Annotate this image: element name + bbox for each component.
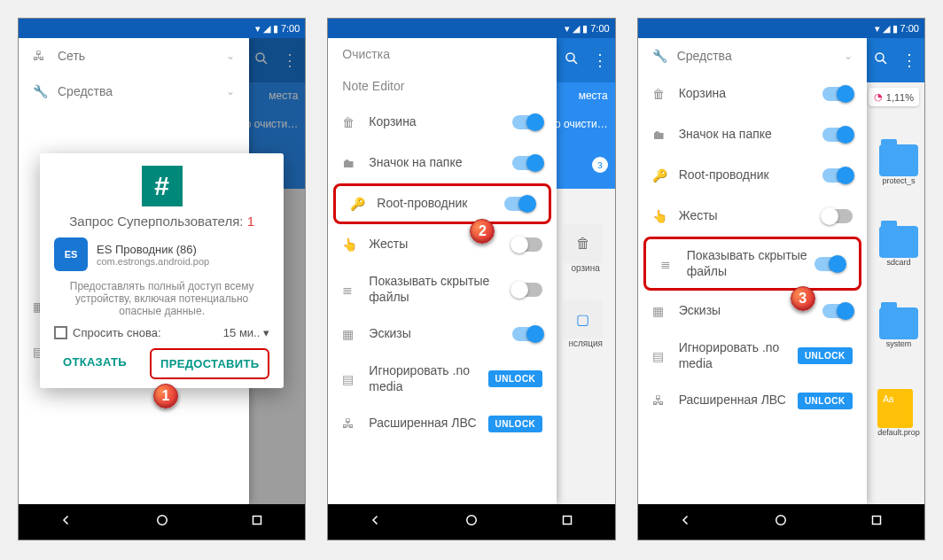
unlock-badge[interactable]: UNLOCK bbox=[488, 370, 543, 387]
search-icon[interactable] bbox=[564, 51, 580, 70]
signal-icon: ◢ bbox=[263, 23, 270, 35]
row-root[interactable]: 🔑 Root-проводник bbox=[333, 183, 551, 224]
nav-bar bbox=[638, 504, 924, 540]
drawer-section-tools[interactable]: 🔧 Средства ⌄ bbox=[638, 38, 867, 74]
toggle-root[interactable] bbox=[822, 168, 853, 183]
overflow-icon[interactable]: ⋮ bbox=[592, 51, 608, 70]
row-eskizy[interactable]: ▦ Эскизы bbox=[638, 291, 867, 331]
request-number: 1 bbox=[247, 214, 254, 229]
row-gesty[interactable]: 👆 Жесты bbox=[328, 224, 557, 265]
svg-line-5 bbox=[573, 60, 577, 64]
nav-recent-icon[interactable] bbox=[249, 512, 265, 532]
row-korzina[interactable]: 🗑 Корзина bbox=[328, 102, 557, 143]
link-note-editor[interactable]: Note Editor bbox=[328, 70, 557, 102]
toggle-znachok[interactable] bbox=[822, 128, 853, 142]
folder-badge-icon: 🖿 bbox=[652, 128, 679, 142]
toggle-hidden[interactable] bbox=[512, 283, 542, 297]
checkbox-ask-again[interactable] bbox=[54, 326, 67, 339]
unlock-badge[interactable]: UNLOCK bbox=[798, 393, 853, 409]
superuser-dialog: # Запрос Суперпользователя: 1 ES ES Пров… bbox=[40, 153, 284, 388]
nav-home-icon[interactable] bbox=[154, 512, 170, 532]
lan-icon: 🖧 bbox=[652, 393, 679, 408]
row-nomedia[interactable]: ▤ Игнорировать .no media UNLOCK bbox=[328, 354, 557, 403]
battery-icon: ▮ bbox=[892, 23, 898, 35]
toggle-korzina[interactable] bbox=[512, 115, 542, 129]
thumbnails-icon: ▦ bbox=[652, 304, 679, 318]
toggle-hidden[interactable] bbox=[814, 257, 845, 271]
nav-home-icon[interactable] bbox=[464, 512, 479, 532]
es-app-icon: ES bbox=[54, 237, 88, 271]
grant-button[interactable]: ПРЕДОСТАВИТЬ bbox=[150, 348, 269, 379]
toggle-korzina[interactable] bbox=[822, 87, 853, 101]
percent-value: 1,11% bbox=[886, 92, 914, 103]
row-nomedia[interactable]: ▤ Игнорировать .no media UNLOCK bbox=[638, 331, 867, 380]
toggle-gesty[interactable] bbox=[512, 237, 542, 252]
deny-button[interactable]: ОТКАЗАТЬ bbox=[54, 348, 136, 379]
dialog-app-row: ES ES Проводник (86) com.estrongs.androi… bbox=[54, 237, 269, 271]
svg-point-6 bbox=[467, 516, 477, 525]
step-badge-1: 1 bbox=[153, 384, 178, 408]
cast-tile-icon[interactable]: ▢ bbox=[564, 299, 603, 338]
dropdown-icon: ▾ bbox=[263, 326, 269, 339]
unlock-badge[interactable]: UNLOCK bbox=[488, 416, 543, 432]
status-bar: ▾ ◢ ▮ 7:00 bbox=[328, 19, 614, 38]
drawer-section-net[interactable]: 🖧 Сеть ⌄ bbox=[19, 38, 249, 74]
chevron-down-icon: ⌄ bbox=[226, 85, 235, 97]
nav-recent-icon[interactable] bbox=[869, 512, 885, 532]
banner-text-1: места bbox=[555, 89, 608, 102]
folder-icon[interactable] bbox=[879, 144, 918, 176]
folder-icon[interactable] bbox=[879, 307, 918, 339]
row-hidden[interactable]: ≣ Показывать скрытые файлы bbox=[328, 265, 557, 314]
net-label: Сеть bbox=[58, 49, 85, 63]
pie-icon: ◔ bbox=[874, 91, 883, 103]
nav-bar bbox=[19, 504, 305, 540]
clock: 7:00 bbox=[281, 23, 300, 34]
ask-again-row[interactable]: Спросить снова: 15 ми.. ▾ bbox=[54, 326, 269, 339]
txt-file-icon[interactable] bbox=[877, 389, 913, 428]
nav-back-icon[interactable] bbox=[368, 512, 384, 532]
row-znachok[interactable]: 🖿 Значок на папке bbox=[328, 143, 557, 183]
hidden-files-icon: ≣ bbox=[660, 257, 687, 271]
row-korzina[interactable]: 🗑 Корзина bbox=[638, 74, 867, 114]
storage-percent-badge: ◔ 1,11% bbox=[869, 88, 919, 106]
clock: 7:00 bbox=[900, 23, 919, 34]
toggle-gesty[interactable] bbox=[822, 209, 853, 223]
signal-icon: ◢ bbox=[573, 23, 580, 35]
row-root[interactable]: 🔑 Root-проводник bbox=[638, 155, 867, 196]
hash-icon: # bbox=[142, 166, 183, 206]
folder-icon[interactable] bbox=[879, 226, 918, 258]
trash-tile-label: орзина bbox=[564, 263, 608, 273]
row-lvs[interactable]: 🖧 Расширенная ЛВС UNLOCK bbox=[328, 403, 557, 444]
drawer-section-tools[interactable]: 🔧 Средства ⌄ bbox=[19, 74, 249, 109]
link-ochistka[interactable]: Очистка bbox=[328, 38, 557, 70]
toggle-root[interactable] bbox=[504, 197, 534, 211]
trash-tile-icon[interactable]: 🗑 bbox=[564, 224, 603, 263]
clock: 7:00 bbox=[590, 23, 609, 34]
row-lvs[interactable]: 🖧 Расширенная ЛВС UNLOCK bbox=[638, 380, 867, 421]
step-badge-3: 3 bbox=[791, 286, 815, 311]
nav-back-icon[interactable] bbox=[58, 512, 74, 532]
dialog-warning: Предоставлять полный доступ всему устрой… bbox=[54, 280, 269, 317]
row-znachok[interactable]: 🖿 Значок на папке bbox=[638, 114, 867, 155]
overflow-icon[interactable]: ⋮ bbox=[901, 51, 917, 70]
duration-select[interactable]: 15 ми.. ▾ bbox=[223, 326, 270, 339]
nav-home-icon[interactable] bbox=[773, 512, 789, 532]
chevron-down-icon: ⌄ bbox=[844, 50, 853, 62]
search-icon[interactable] bbox=[873, 51, 889, 70]
status-bar: ▾ ◢ ▮ 7:00 bbox=[638, 19, 924, 38]
toggle-eskizy[interactable] bbox=[822, 304, 853, 318]
nav-back-icon[interactable] bbox=[678, 512, 694, 532]
unlock-badge[interactable]: UNLOCK bbox=[798, 347, 853, 364]
row-eskizy[interactable]: ▦ Эскизы bbox=[328, 314, 557, 354]
phone-screenshot-3: ▾ ◢ ▮ 7:00 ⋮ ◔ 1,11% protect_s sdcard sy… bbox=[637, 18, 925, 541]
toggle-eskizy[interactable] bbox=[512, 327, 542, 341]
svg-rect-3 bbox=[253, 517, 261, 525]
wrench-icon: 🔧 bbox=[33, 84, 58, 98]
toggle-znachok[interactable] bbox=[512, 156, 542, 170]
nav-recent-icon[interactable] bbox=[559, 512, 575, 532]
row-gesty[interactable]: 👆 Жесты bbox=[638, 196, 867, 237]
thumbnails-icon: ▦ bbox=[342, 327, 369, 341]
wrench-icon: 🔧 bbox=[652, 49, 677, 63]
row-hidden[interactable]: ≣ Показывать скрытые файлы bbox=[643, 237, 861, 291]
app-name: ES Проводник (86) bbox=[97, 243, 209, 256]
